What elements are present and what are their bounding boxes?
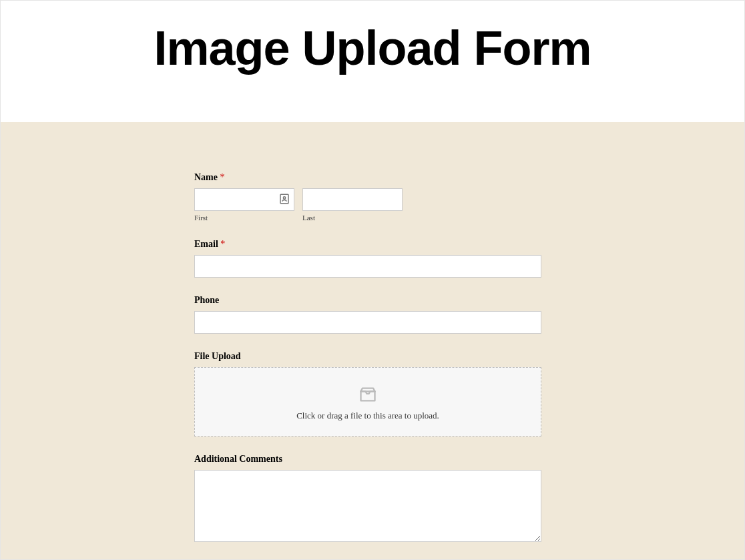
name-row: First Last <box>194 188 541 222</box>
comments-label: Additional Comments <box>194 454 541 465</box>
contact-card-icon <box>278 193 290 205</box>
form-wrap: Name * First <box>194 172 541 560</box>
last-name-sublabel: Last <box>302 214 403 222</box>
phone-label: Phone <box>194 295 541 306</box>
form-section: Name * First <box>1 122 744 560</box>
first-name-col: First <box>194 188 294 222</box>
email-label: Email * <box>194 239 541 250</box>
page-title: Image Upload Form <box>1 21 744 75</box>
name-label: Name * <box>194 172 541 183</box>
file-dropzone-text: Click or drag a file to this area to upl… <box>202 410 534 421</box>
phone-field: Phone <box>194 295 541 334</box>
upload-box-icon <box>358 385 377 404</box>
comments-textarea[interactable] <box>194 470 541 542</box>
svg-point-1 <box>283 197 285 199</box>
file-dropzone[interactable]: Click or drag a file to this area to upl… <box>194 367 541 437</box>
name-field: Name * First <box>194 172 541 222</box>
name-required-mark: * <box>220 172 225 182</box>
first-name-sublabel: First <box>194 214 294 222</box>
file-label: File Upload <box>194 351 541 362</box>
phone-input[interactable] <box>194 311 541 334</box>
comments-field: Additional Comments <box>194 454 541 545</box>
page-header: Image Upload Form <box>1 1 744 122</box>
last-name-col: Last <box>302 188 403 222</box>
email-required-mark: * <box>220 239 225 249</box>
email-field: Email * <box>194 239 541 278</box>
name-label-text: Name <box>194 172 218 182</box>
page-container: Image Upload Form Name * <box>0 0 745 560</box>
last-name-input[interactable] <box>302 188 403 211</box>
file-field: File Upload Click or drag a file to this… <box>194 351 541 437</box>
email-label-text: Email <box>194 239 218 249</box>
email-input[interactable] <box>194 255 541 278</box>
